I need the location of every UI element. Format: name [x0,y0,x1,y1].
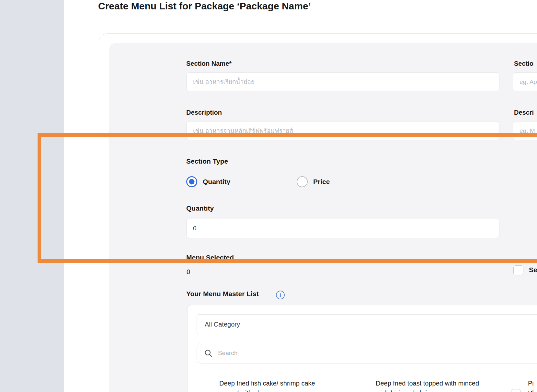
info-icon[interactable]: i [276,291,285,299]
search-placeholder: Search [218,350,237,357]
category-filter-value: All Category [205,321,240,328]
menu-item-name-line1: Pi [528,378,534,388]
section-type-radio-price[interactable]: Price [297,176,330,187]
page-title: Create Menu List for Package ‘Package Na… [98,1,311,12]
description-label: Description [186,109,222,116]
section-name-label: Section Name* [186,60,232,67]
description-input-right[interactable] [513,121,537,140]
quantity-label: Quantity [186,204,214,212]
menu-item[interactable]: Deep fried toast topped with minced pork… [376,378,479,392]
radio-selected-icon[interactable] [186,176,197,187]
create-menu-list-page: Create Menu List for Package ‘Package Na… [0,0,537,392]
menu-selected-count: 0 [187,268,190,276]
left-sidebar [0,0,64,392]
menu-master-list-label: Your Menu Master List [186,290,259,298]
select-all-label: Se [529,266,537,274]
search-input[interactable]: Search [197,343,537,363]
section-type-radio-quantity[interactable]: Quantity [186,176,230,187]
menu-item-name-line2: Pl [528,388,534,392]
radio-quantity-label: Quantity [203,178,230,186]
menu-item-name-line2: pork / minced shrimp [376,388,479,392]
menu-item-name-line1: Deep fried fish cake/ shrimp cake [219,378,315,388]
menu-item[interactable]: Deep fried fish cake/ shrimp cake served… [219,378,315,392]
menu-selected-label: Menu Selected [186,254,234,261]
section-name-label-right: Sectio [514,60,533,67]
menu-item-name-line2: served with plum sauce [219,388,315,392]
quantity-input[interactable] [186,219,499,238]
menu-item-checkbox[interactable] [511,389,521,392]
menu-item-name-line1: Deep fried toast topped with minced [376,378,479,388]
description-input[interactable] [186,121,499,140]
section-name-input[interactable] [186,72,499,91]
description-label-right: Descri [514,109,534,116]
menu-item[interactable]: Pi Pl [528,378,534,392]
category-filter-select[interactable]: All Category [197,314,537,334]
select-all-checkbox[interactable] [513,265,523,275]
search-icon [204,349,213,358]
radio-unselected-icon[interactable] [297,176,308,187]
radio-price-label: Price [313,178,330,186]
section-type-label: Section Type [186,157,228,165]
section-name-input-right[interactable] [513,72,537,91]
